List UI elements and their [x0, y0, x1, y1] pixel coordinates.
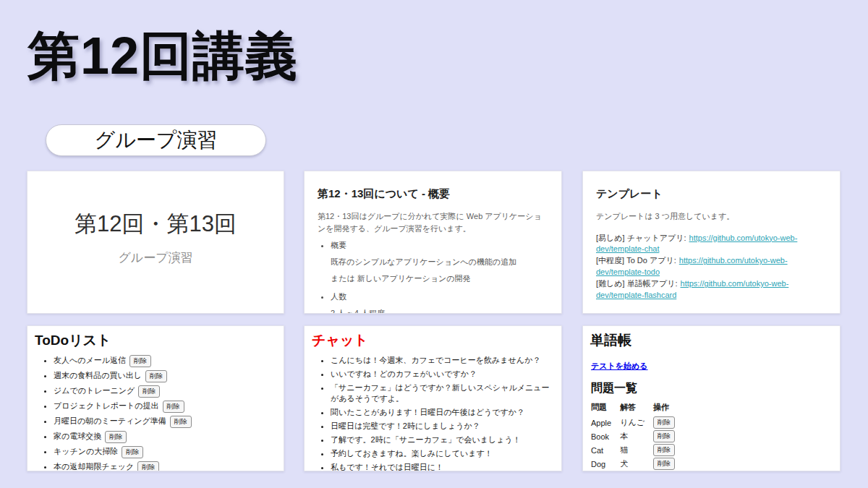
- todo-delete-button[interactable]: 削除: [137, 461, 159, 471]
- flashcard-delete-button[interactable]: 削除: [653, 430, 675, 442]
- overview-list: 概要 既存のシンプルなアプリケーションへの機能の追加 または 新しいアプリケーシ…: [318, 240, 548, 314]
- templates-intro: テンプレートは 3 つ用意しています。: [596, 210, 827, 223]
- todo-delete-button[interactable]: 削除: [129, 355, 151, 367]
- chat-message-list: こんにちは！今週末、カフェでコーヒーを飲みませんか？ いいですね！どのカフェがい…: [312, 355, 554, 471]
- todo-item-label: 家の電球交換: [54, 432, 101, 440]
- chat-heading: チャット: [312, 331, 554, 350]
- chat-message: こんにちは！今週末、カフェでコーヒーを飲みませんか？: [331, 355, 554, 366]
- todo-heading: ToDoリスト: [35, 331, 276, 350]
- flashcard-row: Dog 犬 削除: [591, 457, 684, 471]
- flashcard-delete-button[interactable]: 削除: [653, 416, 675, 429]
- question-list-heading: 問題一覧: [591, 381, 833, 396]
- todo-delete-button[interactable]: 削除: [145, 370, 167, 382]
- todo-item-label: 週末の食料品の買い出し: [54, 371, 142, 380]
- column-header-question: 問題: [591, 401, 620, 416]
- flashcard-row: Cat 猫 削除: [591, 443, 684, 457]
- app-card-flashcard: 単語帳 テストを始める 問題一覧 問題 解答 操作 Apple りんご 削除 B…: [582, 325, 841, 471]
- flashcard-answer: 犬: [620, 457, 653, 471]
- overview-heading: 第12・13回について - 概要: [318, 187, 548, 201]
- slide-title: 第12回・第13回: [75, 209, 237, 239]
- overview-item-label: 概要: [331, 241, 346, 249]
- flashcard-header-row: 問題 解答 操作: [591, 401, 684, 416]
- template-link-label: [中程度] To Do アプリ:: [596, 256, 676, 265]
- todo-delete-button[interactable]: 削除: [163, 401, 184, 413]
- column-header-actions: 操作: [653, 401, 684, 416]
- chat-message: 了解です。2時に「サニーカフェ」で会いましょう！: [331, 435, 554, 445]
- todo-item-label: 友人へのメール返信: [54, 356, 126, 364]
- todo-item-label: 月曜日の朝のミーティング準備: [54, 416, 166, 425]
- todo-delete-button[interactable]: 削除: [170, 416, 192, 428]
- flashcard-table: 問題 解答 操作 Apple りんご 削除 Book 本 削除 Cat 猫 削除: [591, 401, 684, 471]
- slide-card-templates: テンプレート テンプレートは 3 つ用意しています。 [易しめ] チャットアプリ…: [582, 171, 841, 314]
- todo-delete-button[interactable]: 削除: [105, 431, 127, 443]
- todo-item: 月曜日の朝のミーティング準備削除: [54, 416, 276, 428]
- overview-intro: 第12・13回はグループに分かれて実際に Web アプリケーションを開発する、グ…: [318, 210, 548, 234]
- overview-subline: または 新しいアプリケーションの開発: [331, 273, 548, 284]
- todo-item: 週末の食料品の買い出し削除: [54, 370, 276, 382]
- chat-message: 「サニーカフェ」はどうですか？新しいスペシャルメニューがあるそうですよ。: [331, 382, 554, 404]
- chat-message: 予約しておきますね。楽しみにしています！: [331, 448, 554, 459]
- flashcard-heading: 単語帳: [590, 331, 833, 350]
- flashcard-answer: 本: [620, 429, 653, 443]
- slide-card-title: 第12回・第13回 グループ演習: [27, 171, 284, 314]
- flashcard-answer: 猫: [620, 443, 653, 457]
- flashcard-question: Apple: [591, 416, 620, 429]
- todo-item-label: ジムでのトレーニング: [54, 386, 135, 395]
- todo-delete-button[interactable]: 削除: [138, 385, 160, 398]
- overview-item: 概要 既存のシンプルなアプリケーションへの機能の追加 または 新しいアプリケーシ…: [331, 240, 548, 284]
- slide-subtitle: グループ演習: [118, 249, 192, 266]
- flashcard-question: Dog: [591, 457, 620, 471]
- template-link-label: [易しめ] チャットアプリ:: [596, 234, 686, 242]
- overview-item: 人数 2 人 ~ 4 人程度: [331, 291, 548, 314]
- flashcard-delete-button[interactable]: 削除: [653, 458, 675, 470]
- flashcard-question: Cat: [591, 443, 620, 457]
- chat-message: 聞いたことがあります！日曜日の午後はどうですか？: [331, 407, 554, 418]
- todo-item: ジムでのトレーニング削除: [54, 385, 276, 398]
- todo-item: 友人へのメール返信削除: [54, 355, 276, 367]
- overview-item-label: 人数: [331, 292, 346, 301]
- todo-list: 友人へのメール返信削除 週末の食料品の買い出し削除 ジムでのトレーニング削除 プ…: [35, 355, 276, 471]
- todo-item: プロジェクトレポートの提出削除: [54, 401, 276, 413]
- column-header-answer: 解答: [620, 401, 653, 416]
- overview-subline: 2 人 ~ 4 人程度: [331, 308, 548, 314]
- chat-message: いいですね！どのカフェがいいですか？: [331, 369, 554, 380]
- flashcard-row: Book 本 削除: [591, 429, 684, 443]
- flashcard-question: Book: [591, 429, 620, 443]
- flashcard-answer: りんご: [620, 416, 653, 429]
- flashcard-row: Apple りんご 削除: [591, 416, 684, 429]
- template-link-line-chat: [易しめ] チャットアプリ:https://github.com/utokyo-…: [596, 233, 827, 256]
- flashcard-delete-button[interactable]: 削除: [653, 444, 675, 456]
- todo-item: 家の電球交換削除: [54, 431, 276, 443]
- template-link-label: [難しめ] 単語帳アプリ:: [596, 279, 678, 288]
- template-link-line-flashcard: [難しめ] 単語帳アプリ:https://github.com/utokyo-w…: [596, 278, 827, 301]
- overview-subline: 既存のシンプルなアプリケーションへの機能の追加: [331, 257, 548, 267]
- todo-item-label: キッチンの大掃除: [54, 447, 118, 455]
- chat-message: 私もです！それでは日曜日に！: [331, 462, 554, 471]
- template-links: [易しめ] チャットアプリ:https://github.com/utokyo-…: [596, 233, 827, 302]
- section-badge-label: グループ演習: [95, 127, 218, 154]
- page-title: 第12回講義: [27, 27, 298, 85]
- slide-card-overview: 第12・13回について - 概要 第12・13回はグループに分かれて実際に We…: [304, 171, 562, 314]
- chat-message: 日曜日は完璧です！2時にしましょうか？: [331, 421, 554, 432]
- section-badge: グループ演習: [46, 124, 266, 156]
- app-card-chat: チャット こんにちは！今週末、カフェでコーヒーを飲みませんか？ いいですね！どの…: [304, 325, 562, 471]
- todo-delete-button[interactable]: 削除: [122, 446, 143, 458]
- todo-item-label: 本の返却期限チェック: [54, 462, 134, 471]
- templates-heading: テンプレート: [596, 187, 827, 201]
- template-link-line-todo: [中程度] To Do アプリ:https://github.com/utoky…: [596, 255, 827, 278]
- start-test-link[interactable]: テストを始める: [591, 361, 648, 372]
- todo-item-label: プロジェクトレポートの提出: [54, 401, 159, 410]
- todo-item: 本の返却期限チェック削除: [54, 461, 276, 471]
- app-card-todo: ToDoリスト 友人へのメール返信削除 週末の食料品の買い出し削除 ジムでのトレ…: [27, 325, 284, 471]
- todo-item: キッチンの大掃除削除: [54, 446, 276, 458]
